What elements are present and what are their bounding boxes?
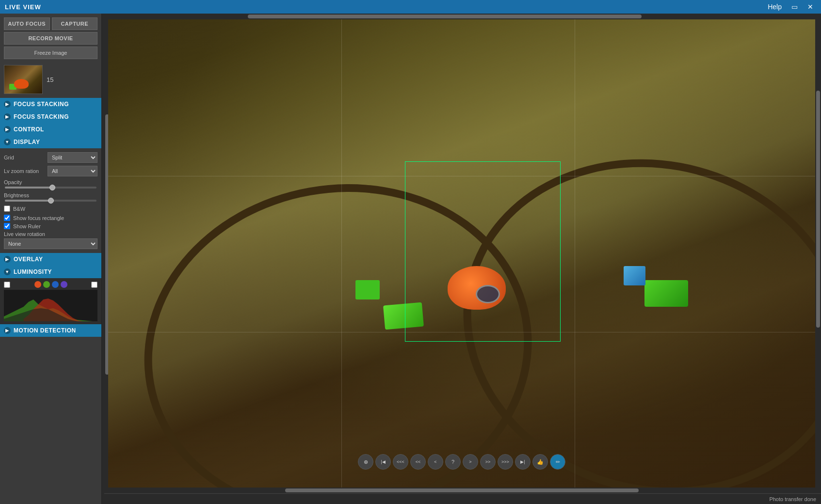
camera-bottom-scrollbar[interactable] bbox=[108, 488, 815, 493]
brightness-fill bbox=[5, 200, 51, 202]
section-motion-detection[interactable]: ▶ MOTION DETECTION bbox=[0, 324, 101, 337]
help-button[interactable]: Help bbox=[765, 2, 785, 12]
histo-red-dot[interactable] bbox=[34, 281, 41, 288]
bw-label: B&W bbox=[13, 206, 25, 212]
status-text: Photo transfer done bbox=[769, 496, 816, 502]
section-display[interactable]: ▼ DISPLAY bbox=[0, 136, 101, 148]
histogram-top bbox=[4, 281, 97, 288]
right-scrollbar-thumb[interactable] bbox=[816, 91, 820, 328]
toolbar-first-btn[interactable]: |◀ bbox=[375, 454, 391, 470]
brightness-track[interactable] bbox=[5, 200, 97, 202]
histogram-area bbox=[4, 290, 97, 321]
close-button[interactable]: ✕ bbox=[805, 2, 816, 12]
show-focus-rect-label: Show focus rectangle bbox=[13, 215, 64, 221]
lv-zoom-label: Lv zoom ration bbox=[4, 168, 48, 174]
focus-stacking-2-label: FOCUS STACKING bbox=[14, 113, 69, 120]
histo-checkbox-right[interactable] bbox=[91, 282, 97, 288]
overlay-label: OVERLAY bbox=[14, 256, 43, 263]
section-focus-stacking-1[interactable]: ▶ FOCUS STACKING bbox=[0, 98, 101, 110]
opacity-track[interactable] bbox=[5, 187, 97, 189]
show-ruler-checkbox[interactable] bbox=[4, 223, 10, 229]
freeze-image-button[interactable]: Freeze Image bbox=[4, 47, 97, 59]
toolbar-next-btn[interactable]: > bbox=[463, 454, 478, 470]
lv-zoom-select[interactable]: All 1x 2x 4x bbox=[48, 166, 97, 176]
histo-blue-dot[interactable] bbox=[52, 281, 59, 288]
auto-focus-button[interactable]: AUTO FOCUS bbox=[4, 17, 50, 30]
display-label: DISPLAY bbox=[14, 139, 40, 145]
right-area: ⊕ |◀ <<< << < ? > >> >>> ▶| 👍 ✏ bbox=[104, 14, 821, 504]
toy-green-2 bbox=[355, 280, 380, 299]
toolbar-prev-two-btn[interactable]: << bbox=[410, 454, 426, 470]
main-layout: AUTO FOCUS CAPTURE RECORD MOVIE Freeze I… bbox=[0, 14, 821, 504]
chevron-icon-1: ▶ bbox=[4, 101, 11, 108]
show-focus-rect-row: Show focus rectangle bbox=[4, 215, 97, 221]
toolbar-prev-many-btn[interactable]: <<< bbox=[393, 454, 408, 470]
thumb-orange-toy bbox=[14, 79, 29, 89]
section-overlay[interactable]: ▶ OVERLAY bbox=[0, 253, 101, 266]
opacity-label: Opacity bbox=[4, 179, 97, 185]
toolbar-last-btn[interactable]: ▶| bbox=[515, 454, 531, 470]
toy-green-3 bbox=[644, 280, 688, 307]
record-movie-button[interactable]: RECORD MOVIE bbox=[4, 32, 97, 45]
grid-row: Grid Split None Grid bbox=[4, 152, 97, 163]
toy-green-1 bbox=[383, 302, 424, 330]
left-scrollbar[interactable] bbox=[104, 19, 108, 493]
histo-checkbox-left[interactable] bbox=[4, 282, 10, 288]
histogram-svg bbox=[4, 290, 97, 321]
histo-purple-dot[interactable] bbox=[61, 281, 67, 288]
bottom-toolbar: ⊕ |◀ <<< << < ? > >> >>> ▶| 👍 ✏ bbox=[108, 450, 815, 474]
grid-label: Grid bbox=[4, 155, 48, 160]
section-focus-stacking-2[interactable]: ▶ FOCUS STACKING bbox=[0, 110, 101, 123]
histo-green-dot[interactable] bbox=[43, 281, 50, 288]
bw-checkbox[interactable] bbox=[4, 205, 10, 212]
chevron-icon-4: ▼ bbox=[4, 139, 11, 145]
right-scrollbar[interactable] bbox=[815, 19, 821, 493]
live-view-rotation-select[interactable]: None 90 CW 90 CCW 180 bbox=[4, 238, 97, 249]
histogram-channels bbox=[34, 281, 67, 288]
chevron-icon-motion: ▶ bbox=[4, 327, 11, 334]
capture-button[interactable]: CAPTURE bbox=[52, 17, 98, 30]
control-label: CONTROL bbox=[14, 126, 44, 133]
left-panel: AUTO FOCUS CAPTURE RECORD MOVIE Freeze I… bbox=[0, 14, 102, 504]
camera-view[interactable]: ⊕ |◀ <<< << < ? > >> >>> ▶| 👍 ✏ bbox=[108, 19, 815, 493]
titlebar-controls: Help ▭ ✕ bbox=[765, 2, 816, 12]
titlebar: LIVE VIEW Help ▭ ✕ bbox=[0, 0, 821, 14]
top-scrollbar-thumb[interactable] bbox=[248, 15, 642, 18]
section-control[interactable]: ▶ CONTROL bbox=[0, 123, 101, 136]
grid-select[interactable]: Split None Grid bbox=[48, 152, 97, 163]
chevron-icon-2: ▶ bbox=[4, 113, 11, 120]
chevron-icon-luminosity: ▼ bbox=[4, 268, 11, 275]
top-buttons: AUTO FOCUS CAPTURE RECORD MOVIE Freeze I… bbox=[0, 14, 101, 63]
toolbar-prev-btn[interactable]: < bbox=[428, 454, 443, 470]
toolbar-next-two-btn[interactable]: >> bbox=[480, 454, 496, 470]
toolbar-pin-btn[interactable]: ⊕ bbox=[358, 454, 373, 470]
thumbnail[interactable] bbox=[4, 65, 43, 94]
toolbar-next-many-btn[interactable]: >>> bbox=[498, 454, 513, 470]
toolbar-help-btn[interactable]: ? bbox=[445, 454, 461, 470]
top-scrollbar[interactable] bbox=[104, 14, 821, 19]
brightness-thumb[interactable] bbox=[48, 198, 54, 204]
image-viewport: ⊕ |◀ <<< << < ? > >> >>> ▶| 👍 ✏ bbox=[104, 19, 821, 493]
thumbnail-count: 15 bbox=[47, 76, 53, 83]
chevron-icon-overlay: ▶ bbox=[4, 256, 11, 263]
camera-scrollbar-thumb[interactable] bbox=[285, 488, 639, 492]
luminosity-content bbox=[0, 278, 101, 324]
toolbar-thumb-btn[interactable]: 👍 bbox=[532, 454, 548, 470]
restore-button[interactable]: ▭ bbox=[789, 2, 801, 12]
show-ruler-row: Show Ruler bbox=[4, 223, 97, 229]
status-bar: Photo transfer done bbox=[104, 493, 821, 504]
toy-window bbox=[476, 285, 500, 303]
chevron-icon-3: ▶ bbox=[4, 126, 11, 133]
toolbar-edit-btn[interactable]: ✏ bbox=[550, 454, 565, 470]
button-row-top: AUTO FOCUS CAPTURE bbox=[4, 17, 97, 30]
live-view-rotation-label: Live view rotation bbox=[4, 231, 97, 237]
lv-zoom-row: Lv zoom ration All 1x 2x 4x bbox=[4, 166, 97, 176]
toy-blue bbox=[624, 266, 645, 285]
show-ruler-label: Show Ruler bbox=[13, 223, 41, 229]
app-title: LIVE VIEW bbox=[5, 3, 41, 11]
top-scrollbar-track bbox=[104, 14, 821, 19]
opacity-thumb[interactable] bbox=[49, 185, 55, 190]
section-luminosity[interactable]: ▼ LUMINOSITY bbox=[0, 266, 101, 278]
focus-stacking-1-label: FOCUS STACKING bbox=[14, 101, 69, 108]
show-focus-rect-checkbox[interactable] bbox=[4, 215, 10, 221]
